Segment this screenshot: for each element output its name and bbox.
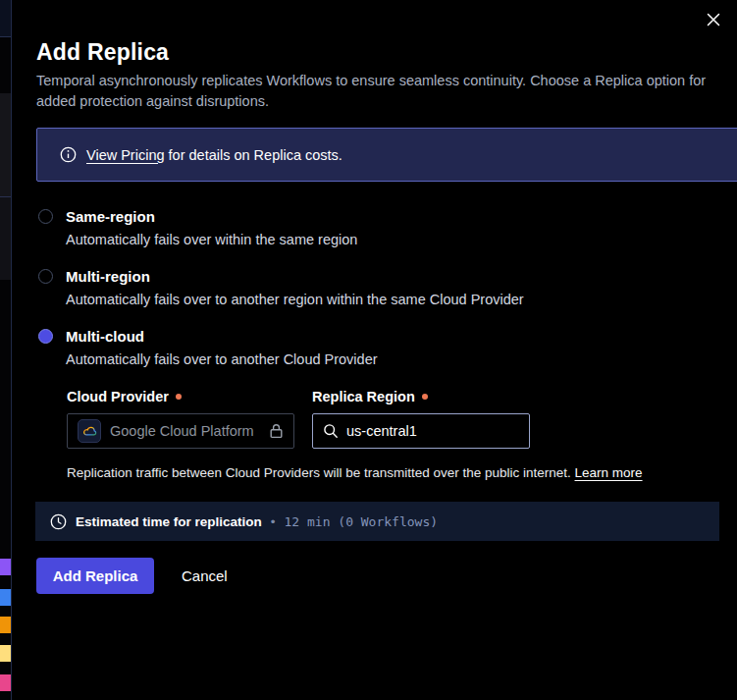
add-replica-button[interactable]: Add Replica bbox=[36, 558, 154, 594]
radio-row-same-region[interactable]: Same-region bbox=[38, 208, 715, 225]
radio-button-unselected[interactable] bbox=[38, 269, 53, 284]
cloud-provider-label-text: Cloud Provider bbox=[67, 389, 169, 404]
estimate-separator: • bbox=[271, 514, 276, 529]
search-icon bbox=[323, 423, 339, 439]
required-indicator bbox=[422, 394, 428, 400]
radio-option-same-region: Same-region Automatically fails over wit… bbox=[38, 208, 715, 247]
radio-row-multi-region[interactable]: Multi-region bbox=[38, 268, 715, 285]
radio-row-multi-cloud[interactable]: Multi-cloud bbox=[38, 328, 715, 345]
bg-color-block bbox=[0, 617, 11, 633]
background-page-edge bbox=[0, 0, 12, 700]
pricing-banner-text: View Pricing for details on Replica cost… bbox=[86, 147, 342, 163]
pricing-banner-suffix: for details on Replica costs. bbox=[165, 147, 342, 163]
bg-color-block bbox=[0, 559, 11, 575]
radio-description: Automatically fails over to another regi… bbox=[66, 292, 715, 307]
replica-region-input[interactable] bbox=[346, 423, 503, 439]
cloud-provider-label: Cloud Provider bbox=[67, 389, 182, 404]
radio-button-selected[interactable] bbox=[38, 329, 53, 344]
clock-icon bbox=[50, 513, 67, 530]
bg-color-block bbox=[0, 589, 11, 606]
add-replica-modal: Add Replica Temporal asynchronously repl… bbox=[12, 0, 737, 700]
replica-region-label-text: Replica Region bbox=[312, 389, 415, 404]
replica-region-label: Replica Region bbox=[312, 389, 428, 404]
cloud-provider-field: Google Cloud Platform bbox=[67, 413, 294, 449]
background-panel bbox=[0, 197, 11, 280]
radio-description: Automatically fails over to another Clou… bbox=[66, 351, 715, 367]
view-pricing-link[interactable]: View Pricing bbox=[86, 147, 165, 163]
radio-label: Multi-region bbox=[66, 268, 150, 285]
bg-color-block bbox=[0, 645, 11, 662]
bg-color-block bbox=[0, 674, 11, 691]
background-panel bbox=[0, 93, 11, 197]
background-topbar bbox=[0, 0, 11, 37]
pricing-info-banner: View Pricing for details on Replica cost… bbox=[36, 128, 737, 182]
replica-region-field[interactable] bbox=[312, 413, 530, 449]
close-icon bbox=[707, 13, 720, 27]
radio-option-multi-cloud: Multi-cloud Automatically fails over to … bbox=[38, 328, 715, 367]
info-icon bbox=[60, 146, 77, 163]
estimate-banner: Estimated time for replication • 12 min … bbox=[35, 502, 719, 541]
radio-label: Multi-cloud bbox=[66, 328, 144, 345]
estimate-value: 12 min (0 Workflows) bbox=[285, 514, 439, 529]
radio-description: Automatically fails over within the same… bbox=[66, 232, 715, 247]
radio-option-multi-region: Multi-region Automatically fails over to… bbox=[38, 268, 715, 307]
lock-icon bbox=[269, 423, 284, 439]
cancel-button[interactable]: Cancel bbox=[167, 558, 242, 594]
google-cloud-icon bbox=[82, 424, 97, 439]
required-indicator bbox=[176, 394, 182, 400]
radio-button-unselected[interactable] bbox=[38, 209, 53, 224]
cloud-provider-value: Google Cloud Platform bbox=[110, 423, 260, 439]
note-text: Replication traffic between Cloud Provid… bbox=[67, 465, 575, 480]
modal-description: Temporal asynchronously replicates Workf… bbox=[36, 71, 718, 112]
public-internet-note: Replication traffic between Cloud Provid… bbox=[67, 465, 724, 480]
gcp-logo-badge bbox=[78, 419, 101, 443]
estimate-label: Estimated time for replication bbox=[76, 514, 262, 529]
learn-more-link[interactable]: Learn more bbox=[575, 465, 643, 480]
close-button[interactable] bbox=[704, 10, 723, 29]
page-title: Add Replica bbox=[36, 39, 169, 66]
radio-label: Same-region bbox=[66, 208, 155, 225]
